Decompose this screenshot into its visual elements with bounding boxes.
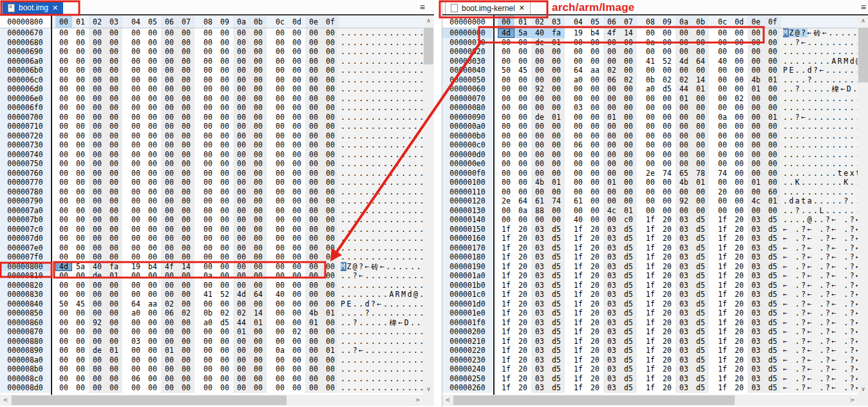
- hex-byte-cell[interactable]: 00: [305, 131, 322, 141]
- ascii-column[interactable]: ................: [780, 140, 858, 150]
- hex-byte-cell[interactable]: 00: [714, 75, 731, 85]
- hex-byte-cell[interactable]: 00: [161, 75, 178, 85]
- hex-byte-cell[interactable]: 00: [272, 131, 288, 141]
- hex-byte-cell[interactable]: 00: [161, 103, 178, 113]
- hex-byte-cell[interactable]: 00: [233, 38, 250, 48]
- hex-byte-cell[interactable]: 20: [514, 355, 531, 365]
- hex-byte-cell[interactable]: 00: [531, 131, 548, 141]
- hex-byte-cell[interactable]: 00: [675, 47, 692, 57]
- hex-byte-cell[interactable]: 00: [272, 299, 288, 309]
- hex-byte-cell[interactable]: 03: [675, 252, 692, 262]
- hex-byte-cell[interactable]: 00: [305, 215, 322, 225]
- scroll-down-icon[interactable]: ∨: [858, 384, 868, 395]
- hex-byte-cell[interactable]: 00: [692, 159, 709, 169]
- hex-byte-cell[interactable]: 00: [288, 187, 305, 197]
- hex-byte-cell[interactable]: 00: [714, 103, 731, 113]
- hex-byte-cell[interactable]: d5: [692, 383, 709, 393]
- hex-byte-cell[interactable]: 03: [748, 243, 764, 253]
- hex-byte-cell[interactable]: 00: [764, 57, 781, 66]
- hex-byte-cell[interactable]: 00: [89, 337, 106, 346]
- ascii-column[interactable]: ..?←............: [780, 38, 858, 48]
- hex-byte-cell[interactable]: 00: [659, 196, 675, 206]
- hex-byte-cell[interactable]: 00: [675, 187, 692, 197]
- hex-byte-cell[interactable]: 20: [659, 290, 675, 299]
- hex-byte-cell[interactable]: 00: [272, 38, 288, 48]
- hex-byte-cell[interactable]: 00: [233, 374, 250, 384]
- hex-byte-cell[interactable]: 00: [233, 47, 250, 57]
- hex-byte-cell[interactable]: 00: [272, 234, 288, 243]
- hex-byte-cell[interactable]: 00: [322, 271, 339, 281]
- ascii-column[interactable]: ................: [337, 103, 423, 113]
- hex-byte-cell[interactable]: 03: [531, 243, 548, 253]
- hex-byte-cell[interactable]: 20: [514, 281, 531, 290]
- hex-byte-cell[interactable]: 0b: [200, 308, 216, 318]
- hex-byte-cell[interactable]: 00: [603, 150, 620, 160]
- hex-byte-cell[interactable]: 00: [55, 84, 72, 94]
- hex-byte-cell[interactable]: 00: [72, 178, 89, 187]
- hex-byte-cell[interactable]: 00: [200, 215, 216, 225]
- hex-byte-cell[interactable]: 00: [250, 383, 267, 393]
- hex-byte-cell[interactable]: 78: [692, 169, 709, 178]
- hex-byte-cell[interactable]: 00: [161, 38, 178, 48]
- hex-byte-cell[interactable]: d5: [692, 318, 709, 328]
- hex-byte-cell[interactable]: 20: [659, 337, 675, 346]
- hex-byte-cell[interactable]: 00: [675, 122, 692, 131]
- hex-byte-cell[interactable]: 00: [764, 84, 781, 94]
- hex-byte-cell[interactable]: 20: [587, 225, 603, 234]
- hex-byte-cell[interactable]: 00: [642, 94, 659, 104]
- hex-byte-cell[interactable]: 00: [659, 113, 675, 122]
- hex-byte-cell[interactable]: 03: [603, 290, 620, 299]
- hex-byte-cell[interactable]: 00: [305, 243, 322, 253]
- hex-byte-cell[interactable]: 00: [675, 131, 692, 141]
- hex-byte-cell[interactable]: 00: [250, 281, 267, 290]
- hex-byte-cell[interactable]: 06: [161, 308, 178, 318]
- hex-byte-cell[interactable]: 1f: [570, 262, 587, 272]
- hex-byte-cell[interactable]: 00: [322, 140, 339, 150]
- hex-byte-cell[interactable]: 00: [161, 131, 178, 141]
- hex-byte-cell[interactable]: 00: [731, 150, 748, 160]
- hex-byte-cell[interactable]: 00: [200, 169, 216, 178]
- hex-byte-cell[interactable]: 02: [620, 75, 637, 85]
- hex-byte-cell[interactable]: 00: [659, 47, 675, 57]
- hex-byte-cell[interactable]: 00: [620, 47, 637, 57]
- hex-byte-cell[interactable]: d5: [548, 346, 565, 355]
- hex-byte-cell[interactable]: 00: [288, 94, 305, 104]
- hex-byte-cell[interactable]: 20: [587, 281, 603, 290]
- hex-byte-cell[interactable]: 00: [731, 140, 748, 150]
- hex-byte-cell[interactable]: 1f: [498, 383, 514, 393]
- hex-byte-cell[interactable]: 03: [675, 355, 692, 365]
- hex-byte-cell[interactable]: 00: [305, 75, 322, 85]
- hex-byte-cell[interactable]: 00: [178, 318, 194, 328]
- hex-byte-cell[interactable]: 00: [322, 47, 339, 57]
- hex-byte-cell[interactable]: 14: [692, 75, 709, 85]
- hex-byte-cell[interactable]: d5: [620, 234, 637, 243]
- hex-byte-cell[interactable]: 03: [748, 225, 764, 234]
- hex-byte-cell[interactable]: a0: [127, 308, 144, 318]
- hex-byte-cell[interactable]: 50: [55, 299, 72, 309]
- hex-byte-cell[interactable]: d5: [620, 262, 637, 272]
- hex-byte-cell[interactable]: 00: [178, 75, 194, 85]
- hex-byte-cell[interactable]: 00: [55, 281, 72, 290]
- hex-byte-cell[interactable]: 00: [305, 355, 322, 365]
- hex-byte-cell[interactable]: 1f: [642, 271, 659, 281]
- hex-byte-cell[interactable]: 00: [587, 75, 603, 85]
- hex-byte-cell[interactable]: 00: [144, 75, 161, 85]
- hex-byte-cell[interactable]: 1f: [714, 215, 731, 225]
- hex-byte-cell[interactable]: 4d: [55, 262, 72, 272]
- hex-byte-cell[interactable]: 00: [250, 57, 267, 66]
- hex-byte-cell[interactable]: 4b: [675, 178, 692, 187]
- hex-byte-cell[interactable]: 00: [603, 196, 620, 206]
- hex-byte-cell[interactable]: 03: [675, 281, 692, 290]
- hex-byte-cell[interactable]: 00: [161, 66, 178, 75]
- hex-byte-cell[interactable]: 00: [72, 122, 89, 131]
- hex-byte-cell[interactable]: 00: [144, 327, 161, 337]
- hex-byte-cell[interactable]: 1f: [570, 355, 587, 365]
- hex-byte-cell[interactable]: 20: [587, 262, 603, 272]
- hex-byte-cell[interactable]: 00: [272, 215, 288, 225]
- hex-byte-cell[interactable]: 00: [288, 57, 305, 66]
- hex-byte-cell[interactable]: 03: [748, 290, 764, 299]
- hex-byte-cell[interactable]: 00: [514, 169, 531, 178]
- hex-byte-cell[interactable]: 20: [659, 383, 675, 393]
- hex-byte-cell[interactable]: 00: [531, 103, 548, 113]
- hex-byte-cell[interactable]: 00: [106, 159, 122, 169]
